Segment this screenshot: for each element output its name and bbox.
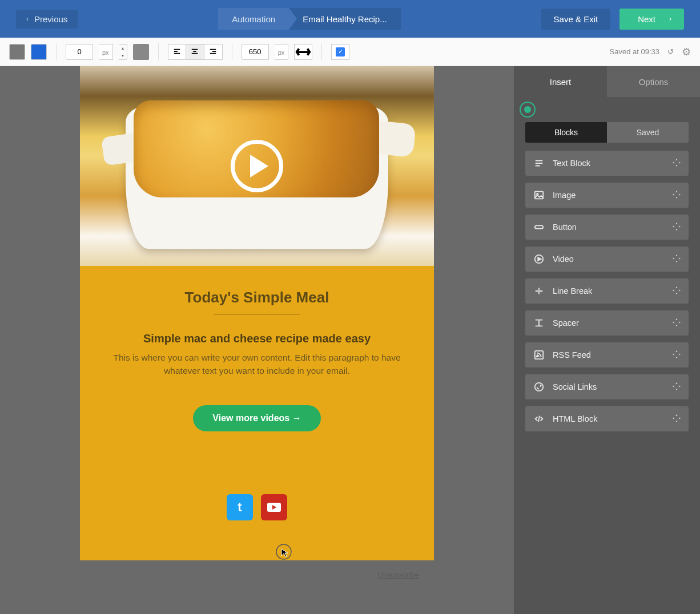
gear-icon[interactable]: ⚙ <box>682 46 691 58</box>
block-label: RSS Feed <box>553 350 665 359</box>
block-label: Button <box>553 223 665 232</box>
save-status: Saved at 09:33 <box>610 47 659 56</box>
block-image[interactable]: Image <box>525 183 689 208</box>
move-icon[interactable] <box>673 350 681 360</box>
button-icon <box>533 222 545 232</box>
breadcrumb-current[interactable]: Email Healthy Recip... <box>289 8 401 30</box>
background-color-swatch[interactable] <box>9 44 25 60</box>
block-html[interactable]: HTML Block <box>525 406 689 431</box>
text-icon <box>533 158 545 168</box>
block-rss[interactable]: RSS Feed <box>525 342 689 367</box>
right-panel: Insert Options Blocks Saved Text BlockIm… <box>514 66 700 614</box>
hero-video-block[interactable] <box>80 66 434 266</box>
social-links-block[interactable]: t <box>108 494 405 520</box>
image-icon <box>533 190 545 200</box>
divider <box>232 43 232 60</box>
unsubscribe-link[interactable]: Unsubscribe <box>378 571 419 579</box>
block-label: Image <box>553 191 665 200</box>
svg-rect-3 <box>535 225 543 228</box>
subtab-blocks[interactable]: Blocks <box>525 122 607 143</box>
html-icon <box>533 414 545 424</box>
youtube-play-icon <box>267 503 281 512</box>
canvas-viewport[interactable]: Today's Simple Meal Simple mac and chees… <box>0 66 514 614</box>
top-bar: ‹ Previous Automation Email Healthy Reci… <box>0 0 700 38</box>
subheadline[interactable]: Simple mac and cheese recipe made easy <box>108 332 405 345</box>
move-icon[interactable] <box>673 286 681 296</box>
block-spacer[interactable]: Spacer <box>525 310 689 336</box>
block-label: HTML Block <box>553 414 665 423</box>
padding-color-swatch[interactable] <box>133 44 149 60</box>
play-icon[interactable] <box>231 140 283 192</box>
padding-stepper[interactable]: ▴▾ <box>119 44 127 60</box>
move-icon[interactable] <box>673 414 681 424</box>
padding-unit: px <box>99 44 113 60</box>
chevron-left-icon: ‹ <box>26 15 29 23</box>
spacer-icon <box>533 318 545 328</box>
twitter-icon[interactable]: t <box>227 494 253 520</box>
padding-input[interactable] <box>66 44 93 60</box>
previous-label: Previous <box>34 14 67 24</box>
fit-width-button[interactable] <box>294 44 312 60</box>
email-canvas[interactable]: Today's Simple Meal Simple mac and chees… <box>80 66 434 560</box>
tab-options[interactable]: Options <box>607 66 700 97</box>
align-center-button[interactable] <box>186 44 204 60</box>
block-label: Video <box>553 255 665 264</box>
block-label: Text Block <box>553 159 665 168</box>
youtube-icon[interactable] <box>261 494 287 520</box>
divider <box>321 43 322 60</box>
email-content[interactable]: Today's Simple Meal Simple mac and chees… <box>80 266 434 560</box>
divider <box>56 43 57 60</box>
move-icon[interactable] <box>673 255 681 264</box>
video-icon <box>533 254 545 264</box>
rule-divider <box>214 314 300 315</box>
social-icon <box>533 382 545 392</box>
transparent-checkbox[interactable]: ✓ <box>331 44 349 60</box>
divider <box>158 43 159 60</box>
panel-subtabs: Blocks Saved <box>525 122 689 143</box>
hint-pulse-icon[interactable] <box>520 102 536 118</box>
svg-rect-5 <box>535 351 543 359</box>
align-right-button[interactable] <box>204 44 223 60</box>
block-social[interactable]: Social Links <box>525 374 689 399</box>
width-input[interactable] <box>242 44 269 60</box>
width-unit: px <box>275 44 289 60</box>
history-icon[interactable]: ↺ <box>667 47 674 56</box>
chevron-right-icon: › <box>669 15 671 23</box>
align-left-button[interactable] <box>168 44 186 60</box>
breadcrumb: Automation Email Healthy Recip... <box>78 8 541 30</box>
check-icon: ✓ <box>336 47 345 56</box>
block-label: Social Links <box>553 382 665 391</box>
block-label: Spacer <box>553 318 665 328</box>
move-icon[interactable] <box>673 318 681 328</box>
block-button[interactable]: Button <box>525 215 689 240</box>
format-toolbar: px ▴▾ px ✓ Saved at 09:33 ↺ ⚙ <box>0 38 700 66</box>
step-up-icon[interactable]: ▴ <box>119 45 127 52</box>
next-button[interactable]: Next › <box>619 9 684 30</box>
foreground-color-swatch[interactable] <box>31 44 47 60</box>
move-icon[interactable] <box>673 223 681 232</box>
subtab-saved[interactable]: Saved <box>607 122 689 143</box>
align-group <box>168 44 223 60</box>
tab-insert[interactable]: Insert <box>514 66 607 97</box>
svg-rect-1 <box>535 192 543 199</box>
block-text[interactable]: Text Block <box>525 151 689 176</box>
main-area: Today's Simple Meal Simple mac and chees… <box>0 66 700 614</box>
breadcrumb-automation[interactable]: Automation <box>218 8 289 30</box>
move-icon[interactable] <box>673 191 681 200</box>
svg-point-6 <box>535 383 543 391</box>
line-icon <box>533 286 545 296</box>
move-icon[interactable] <box>673 159 681 168</box>
blocks-list: Text BlockImageButtonVideoLine BreakSpac… <box>514 151 700 431</box>
block-video[interactable]: Video <box>525 247 689 272</box>
save-exit-button[interactable]: Save & Exit <box>541 9 611 30</box>
cta-button[interactable]: View more videos → <box>193 405 320 431</box>
move-icon[interactable] <box>673 382 681 392</box>
panel-tabs: Insert Options <box>514 66 700 97</box>
headline[interactable]: Today's Simple Meal <box>108 289 405 306</box>
status-area: Saved at 09:33 ↺ ⚙ <box>610 46 691 58</box>
step-down-icon[interactable]: ▾ <box>119 52 127 59</box>
rss-icon <box>533 350 545 360</box>
block-line[interactable]: Line Break <box>525 278 689 304</box>
body-paragraph[interactable]: This is where you can write your own con… <box>108 351 405 378</box>
previous-button[interactable]: ‹ Previous <box>16 10 78 29</box>
